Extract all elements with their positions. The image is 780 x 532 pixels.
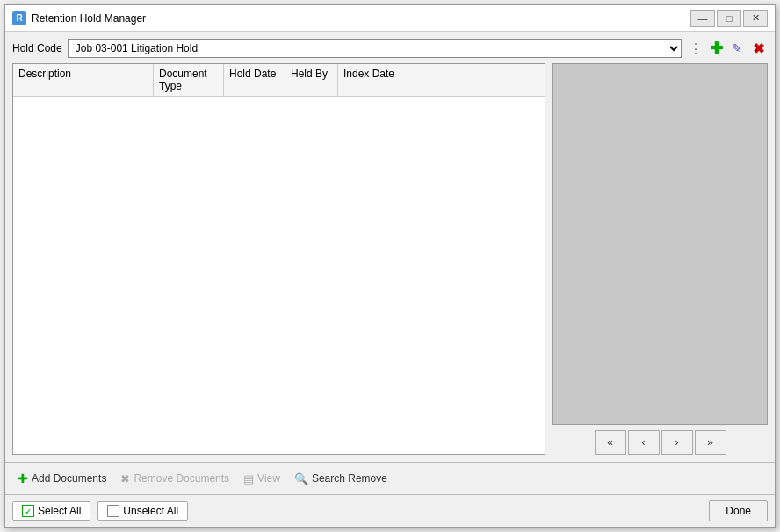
remove-documents-label: Remove Documents xyxy=(134,472,229,485)
table-body xyxy=(13,97,545,454)
unselect-all-check-icon xyxy=(107,505,119,517)
hold-code-label: Hold Code xyxy=(12,42,62,54)
view-button[interactable]: ▤ View xyxy=(238,469,285,489)
remove-documents-button[interactable]: ✖ Remove Documents xyxy=(115,469,235,489)
view-label: View xyxy=(257,472,280,485)
status-bar: ✓ Select All Unselect All Done xyxy=(5,494,775,527)
col-header-indexdate[interactable]: Index Date xyxy=(338,64,545,96)
done-button[interactable]: Done xyxy=(709,500,768,521)
select-all-label: Select All xyxy=(38,505,81,517)
delete-hold-button[interactable]: ✖ xyxy=(748,39,768,58)
col-header-description[interactable]: Description xyxy=(13,64,154,96)
next-page-button[interactable]: › xyxy=(661,430,693,455)
col-header-doctype: Document Type xyxy=(154,64,224,96)
select-all-button[interactable]: ✓ Select All xyxy=(12,501,90,521)
select-all-check-icon: ✓ xyxy=(22,505,34,517)
last-page-button[interactable]: » xyxy=(695,430,726,455)
search-remove-icon: 🔍 xyxy=(294,472,308,485)
preview-image xyxy=(552,63,768,425)
col-header-holddate: Hold Date xyxy=(224,64,285,96)
add-documents-button[interactable]: ✚ Add Documents xyxy=(12,468,112,489)
add-hold-button[interactable]: ✚ xyxy=(706,39,726,58)
col-header-heldby: Held By xyxy=(285,64,338,96)
preview-panel: « ‹ › » xyxy=(552,63,768,455)
separator: ⋮ xyxy=(689,40,703,57)
maximize-button[interactable]: □ xyxy=(717,10,741,27)
add-documents-label: Add Documents xyxy=(32,472,106,485)
main-panels: Description Document Type Hold Date Held… xyxy=(12,63,768,455)
title-bar: R Retention Hold Manager — □ ✕ xyxy=(5,5,775,32)
table-header: Description Document Type Hold Date Held… xyxy=(13,64,545,97)
preview-nav: « ‹ › » xyxy=(552,430,768,455)
search-remove-button[interactable]: 🔍 Search Remove xyxy=(289,469,393,489)
hold-code-row: Hold Code Job 03-001 Litigation Hold ⋮ ✚… xyxy=(12,39,768,58)
close-button[interactable]: ✕ xyxy=(743,10,768,27)
hold-code-select[interactable]: Job 03-001 Litigation Hold xyxy=(68,39,682,58)
minimize-button[interactable]: — xyxy=(690,10,715,27)
app-icon: R xyxy=(12,11,26,25)
search-remove-label: Search Remove xyxy=(312,472,387,485)
add-documents-icon: ✚ xyxy=(18,471,28,485)
document-table: Description Document Type Hold Date Held… xyxy=(12,63,545,455)
unselect-all-label: Unselect All xyxy=(123,505,178,517)
bottom-toolbar: ✚ Add Documents ✖ Remove Documents ▤ Vie… xyxy=(5,462,775,494)
window-controls: — □ ✕ xyxy=(690,10,768,27)
edit-hold-button[interactable]: ✎ xyxy=(727,39,747,58)
window-title: Retention Hold Manager xyxy=(32,12,690,25)
x-icon: ✖ xyxy=(753,40,764,57)
first-page-button[interactable]: « xyxy=(595,430,626,455)
plus-icon: ✚ xyxy=(710,39,723,58)
hold-code-actions: ⋮ ✚ ✎ ✖ xyxy=(687,39,768,58)
view-icon: ▤ xyxy=(243,472,254,485)
main-window: R Retention Hold Manager — □ ✕ Hold Code… xyxy=(4,4,776,528)
content-area: Hold Code Job 03-001 Litigation Hold ⋮ ✚… xyxy=(5,32,775,462)
unselect-all-button[interactable]: Unselect All xyxy=(98,501,188,521)
pencil-icon: ✎ xyxy=(732,41,742,55)
prev-page-button[interactable]: ‹ xyxy=(628,430,660,455)
remove-documents-icon: ✖ xyxy=(120,472,130,485)
